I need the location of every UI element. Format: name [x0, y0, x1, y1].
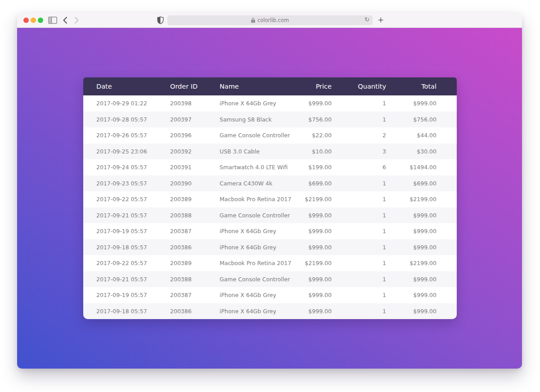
- table-cell: 2017-09-21 05:57: [83, 207, 170, 224]
- table-row: 2017-09-18 05:57200386iPhone X 64Gb Grey…: [83, 303, 457, 320]
- table-row: 2017-09-18 05:57200386iPhone X 64Gb Grey…: [83, 239, 457, 256]
- table-cell: 2017-09-23 05:57: [83, 176, 170, 192]
- table-cell: 200387: [170, 223, 220, 239]
- column-header-quantity: Quantity: [332, 77, 386, 95]
- table-cell: 200388: [170, 207, 220, 224]
- address-bar[interactable]: colorlib.com ↻: [167, 15, 373, 25]
- table-cell: $999.00: [386, 95, 457, 112]
- table-cell: $2199.00: [386, 191, 457, 207]
- column-header-name: Name: [220, 77, 292, 95]
- back-button[interactable]: [62, 17, 68, 24]
- table-cell: USB 3.0 Cable: [220, 144, 292, 160]
- table-cell: 1: [332, 176, 386, 192]
- table-cell: 200390: [170, 176, 220, 192]
- table-cell: $2199.00: [292, 191, 332, 207]
- table-cell: 2017-09-28 05:57: [83, 112, 170, 128]
- table-row: 2017-09-23 05:57200390Camera C430W 4k$69…: [83, 176, 457, 192]
- table-cell: $999.00: [292, 271, 332, 288]
- zoom-button[interactable]: [38, 18, 43, 23]
- table-cell: $199.00: [292, 159, 332, 176]
- table-cell: Smartwatch 4.0 LTE Wifi: [220, 159, 292, 176]
- table-cell: $756.00: [292, 112, 332, 128]
- close-button[interactable]: [23, 18, 29, 23]
- table-cell: $22.00: [292, 127, 332, 144]
- table-cell: $699.00: [386, 176, 457, 192]
- table-head: DateOrder IDNamePriceQuantityTotal: [83, 77, 457, 95]
- table-cell: iPhone X 64Gb Grey: [220, 287, 292, 303]
- table-cell: 200391: [170, 159, 220, 176]
- reload-button[interactable]: ↻: [364, 16, 369, 24]
- table-cell: 2017-09-22 05:57: [83, 255, 170, 271]
- column-header-price: Price: [292, 77, 332, 95]
- table-cell: 200398: [170, 95, 220, 112]
- table-cell: 2017-09-21 05:57: [83, 271, 170, 288]
- table-cell: $999.00: [386, 287, 457, 303]
- shield-icon[interactable]: [157, 16, 164, 24]
- table-cell: $999.00: [386, 223, 457, 239]
- table-cell: $999.00: [386, 207, 457, 224]
- table-cell: 200396: [170, 127, 220, 144]
- table-cell: 2: [332, 127, 386, 144]
- table-cell: $999.00: [292, 239, 332, 256]
- table-cell: Macbook Pro Retina 2017: [220, 255, 292, 271]
- table-cell: 200386: [170, 239, 220, 256]
- table-cell: 2017-09-18 05:57: [83, 303, 170, 320]
- table-cell: $44.00: [386, 127, 457, 144]
- table-cell: 1: [332, 303, 386, 320]
- table-cell: $999.00: [292, 223, 332, 239]
- table-cell: 1: [332, 239, 386, 256]
- table-cell: 2017-09-19 05:57: [83, 287, 170, 303]
- table-cell: iPhone X 64Gb Grey: [220, 239, 292, 256]
- table-cell: 200389: [170, 191, 220, 207]
- table-cell: $2199.00: [386, 255, 457, 271]
- table-row: 2017-09-29 01:22200398iPhone X 64Gb Grey…: [83, 95, 457, 112]
- table-cell: iPhone X 64Gb Grey: [220, 223, 292, 239]
- table-cell: Macbook Pro Retina 2017: [220, 191, 292, 207]
- table-body: 2017-09-29 01:22200398iPhone X 64Gb Grey…: [83, 95, 457, 319]
- table-cell: Samsung S8 Black: [220, 112, 292, 128]
- table-cell: 200389: [170, 255, 220, 271]
- lock-icon: [251, 18, 255, 23]
- table-cell: 200392: [170, 144, 220, 160]
- table-cell: 200397: [170, 112, 220, 128]
- table-row: 2017-09-25 23:06200392USB 3.0 Cable$10.0…: [83, 144, 457, 160]
- table-cell: 200386: [170, 303, 220, 320]
- table-cell: $999.00: [386, 303, 457, 320]
- table-cell: $999.00: [292, 287, 332, 303]
- minimize-button[interactable]: [31, 18, 36, 23]
- table-cell: 1: [332, 112, 386, 128]
- table-cell: $699.00: [292, 176, 332, 192]
- table-cell: $999.00: [386, 239, 457, 256]
- orders-table-card: DateOrder IDNamePriceQuantityTotal 2017-…: [83, 77, 457, 319]
- table-cell: $1494.00: [386, 159, 457, 176]
- table-cell: $999.00: [292, 303, 332, 320]
- table-cell: 2017-09-18 05:57: [83, 239, 170, 256]
- table-cell: 1: [332, 255, 386, 271]
- table-cell: 1: [332, 95, 386, 112]
- table-cell: $999.00: [292, 95, 332, 112]
- table-cell: 1: [332, 191, 386, 207]
- browser-window: colorlib.com ↻ + DateOrder IDNamePriceQu…: [17, 13, 522, 369]
- address-bar-url: colorlib.com: [257, 17, 289, 23]
- table-row: 2017-09-28 05:57200397Samsung S8 Black$7…: [83, 112, 457, 128]
- sidebar-toggle-button[interactable]: [48, 17, 57, 24]
- table-cell: 200388: [170, 271, 220, 288]
- table-cell: $2199.00: [292, 255, 332, 271]
- table-cell: 6: [332, 159, 386, 176]
- table-cell: $999.00: [386, 271, 457, 288]
- table-row: 2017-09-19 05:57200387iPhone X 64Gb Grey…: [83, 223, 457, 239]
- table-cell: 1: [332, 207, 386, 224]
- column-header-total: Total: [386, 77, 457, 95]
- table-cell: $756.00: [386, 112, 457, 128]
- table-cell: 200387: [170, 287, 220, 303]
- table-cell: $999.00: [292, 207, 332, 224]
- table-cell: iPhone X 64Gb Grey: [220, 303, 292, 320]
- table-cell: Game Console Controller: [220, 207, 292, 224]
- table-cell: 2017-09-29 01:22: [83, 95, 170, 112]
- table-cell: 2017-09-25 23:06: [83, 144, 170, 160]
- table-row: 2017-09-22 05:57200389Macbook Pro Retina…: [83, 255, 457, 271]
- table-cell: 2017-09-26 05:57: [83, 127, 170, 144]
- forward-button[interactable]: [73, 17, 80, 24]
- table-cell: Camera C430W 4k: [220, 176, 292, 192]
- new-tab-button[interactable]: +: [376, 15, 386, 25]
